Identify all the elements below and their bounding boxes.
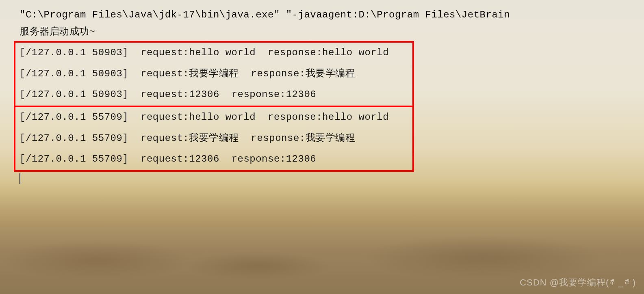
highlight-box-group-1: [/127.0.0.1 50903] request:hello world r… <box>14 41 414 107</box>
java-command-line: "C:\Program Files\Java\jdk-17\bin\java.e… <box>20 8 644 22</box>
log-line: [/127.0.0.1 55709] request:hello world r… <box>20 110 408 124</box>
text-cursor <box>20 173 20 184</box>
watermark-text: CSDN @我要学编程(ಥ_ಥ) <box>520 277 636 289</box>
startup-message: 服务器启动成功~ <box>20 25 644 39</box>
log-line: [/127.0.0.1 50903] request:hello world r… <box>20 46 408 60</box>
log-line: [/127.0.0.1 55709] request:12306 respons… <box>20 152 408 166</box>
log-line: [/127.0.0.1 55709] request:我要学编程 respons… <box>20 132 408 145</box>
log-line: [/127.0.0.1 50903] request:我要学编程 respons… <box>20 67 408 81</box>
highlight-box-group-2: [/127.0.0.1 55709] request:hello world r… <box>14 106 414 172</box>
log-line: [/127.0.0.1 50903] request:12306 respons… <box>20 88 408 102</box>
console-output: "C:\Program Files\Java\jdk-17\bin\java.e… <box>0 0 644 184</box>
